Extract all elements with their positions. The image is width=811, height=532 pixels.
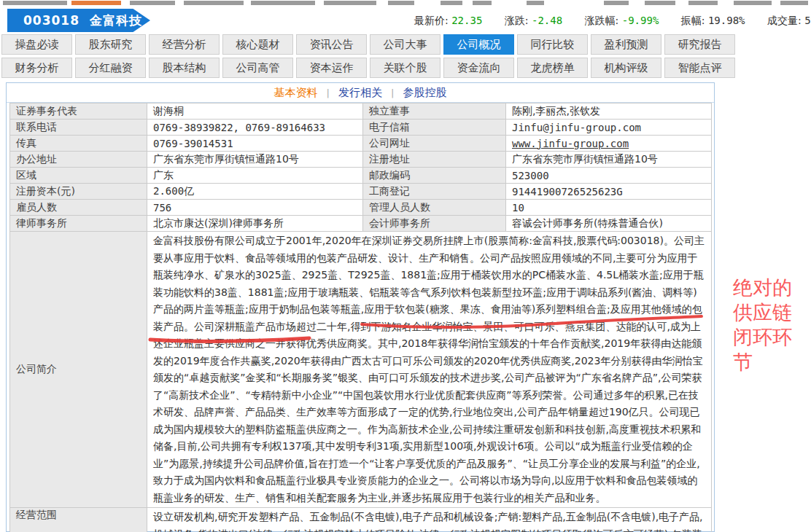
- row-value: 北京市康达(深圳)律师事务所: [147, 216, 363, 232]
- table-row: 办公地址 广东省东莞市厚街镇恒通路10号 注册地址 广东省东莞市厚街镇恒通路10…: [10, 152, 712, 168]
- note-line: 节: [733, 350, 809, 375]
- row-label: 公司网址: [363, 136, 506, 152]
- subtab-separator: |: [327, 87, 330, 98]
- subtab-bar: 基本资料|发行相关|参股控股: [7, 83, 714, 103]
- nav-tab[interactable]: 公司高管: [222, 58, 293, 78]
- price-change: 涨跌: -2.48: [505, 15, 562, 26]
- price-change-percent: 涨跌幅: -9.99%: [585, 15, 659, 26]
- stock-header: 003018金富科技 最新价: 22.35 涨跌: -2.48 涨跌幅: -9.…: [0, 9, 811, 34]
- nav-tab[interactable]: 股东研究: [75, 34, 146, 55]
- nav-tab[interactable]: 智能点评: [664, 58, 735, 78]
- nav-row-2: 财务分析 分红融资 股本结构 公司高管 资本运作 关联个股 资金流向 龙虎榜单 …: [1, 58, 735, 78]
- nav-tab[interactable]: 研究报告: [664, 34, 735, 55]
- latest-price: 最新价: 22.35: [414, 15, 482, 26]
- row-label: 联系电话: [10, 120, 147, 136]
- nav-row-1: 操盘必读 股东研究 经营分析 核心题材 资讯公告 公司大事 公司概况 同行比较 …: [1, 34, 735, 55]
- table-row: 证券事务代表 谢海桐 独立董事 陈刚,李丽杰,张钦发: [10, 103, 712, 120]
- row-value: 容诚会计师事务所(特殊普通合伙): [506, 216, 712, 232]
- row-value: 陈刚,李丽杰,张钦发: [506, 103, 712, 120]
- nav-tab[interactable]: 资讯公告: [296, 34, 367, 55]
- row-value: 756: [147, 200, 363, 216]
- nav-tab-active-company-profile[interactable]: 公司概况: [443, 34, 514, 55]
- table-row: 联系电话 0769-38939822, 0769-89164633 电子信箱 J…: [10, 120, 712, 136]
- business-scope-row: 经营范围 设立研发机构,研究开发塑料产品、五金制品(不含电镀),电子产品和机械设…: [10, 508, 712, 532]
- row-label: 独立董事: [363, 103, 506, 120]
- nav-tab[interactable]: 机构评级: [591, 58, 661, 78]
- table-row: 雇员人数 756 管理人员人数 10: [10, 200, 712, 216]
- amplitude: 振幅: 19.98%: [681, 15, 745, 26]
- clipped-text: [441, 1, 462, 5]
- clipped-text: [604, 1, 629, 5]
- nav-tab[interactable]: 核心题材: [222, 34, 293, 55]
- row-label: 邮政编码: [363, 168, 506, 184]
- clipped-text: [130, 1, 175, 5]
- row-value: 广东省东莞市厚街镇恒通路10号: [147, 152, 363, 168]
- row-value: 523000: [506, 168, 712, 184]
- nav-tabs: 操盘必读 股东研究 经营分析 核心题材 资讯公告 公司大事 公司概况 同行比较 …: [1, 34, 735, 81]
- row-value: 广东省东莞市厚街镇恒通路10号: [506, 152, 712, 168]
- nav-tab[interactable]: 盈利预测: [591, 34, 661, 55]
- clipped-text: [688, 1, 718, 5]
- clipped-text: [324, 1, 376, 5]
- nav-tab[interactable]: 股本结构: [149, 58, 220, 78]
- row-label: 传真: [10, 136, 147, 152]
- nav-tab[interactable]: 资金流向: [443, 58, 514, 78]
- clipped-text-orange: [71, 1, 121, 5]
- nav-tab[interactable]: 经营分析: [149, 34, 220, 55]
- row-value: 谢海桐: [147, 103, 363, 120]
- row-value: 广东: [147, 168, 363, 184]
- row-label: 工商登记: [363, 184, 506, 200]
- table-row: 区域 广东 邮政编码 523000: [10, 168, 712, 184]
- clipped-text: [527, 1, 544, 5]
- subtab-separator: |: [391, 87, 394, 98]
- clipped-text: [645, 1, 675, 5]
- nav-tab[interactable]: 龙虎榜单: [517, 58, 588, 78]
- clipped-text: [780, 1, 808, 5]
- row-label: 会计师事务所: [363, 216, 506, 232]
- clipped-text: [473, 1, 492, 5]
- subtab-issue-related[interactable]: 发行相关: [338, 86, 382, 99]
- subtab-shareholding[interactable]: 参股控股: [403, 86, 446, 99]
- nav-tab[interactable]: 分红融资: [75, 58, 146, 78]
- company-info-table: 证券事务代表 谢海桐 独立董事 陈刚,李丽杰,张钦发 联系电话 0769-389…: [9, 103, 712, 532]
- table-row: 注册资本(元) 2.600亿 工商登记 91441900726525623G: [10, 184, 712, 200]
- clipped-browser-text-row: [0, 0, 811, 7]
- row-value: 2.600亿: [147, 184, 363, 200]
- row-label: 注册地址: [363, 152, 506, 168]
- nav-tab[interactable]: 关联个股: [370, 58, 441, 78]
- stock-banner: 003018金富科技: [7, 9, 150, 32]
- row-label: 雇员人数: [10, 200, 147, 216]
- volume: 成交量: 593776: [767, 15, 811, 26]
- subtab-basic-info[interactable]: 基本资料: [274, 86, 318, 99]
- row-label: 区域: [10, 168, 147, 184]
- stock-name: 金富科技: [90, 13, 142, 28]
- handwritten-note: 绝对的 供应链 闭环环 节: [733, 275, 809, 375]
- quote-bar: 最新价: 22.35 涨跌: -2.48 涨跌幅: -9.99% 振幅: 19.…: [414, 9, 811, 32]
- nav-tab[interactable]: 财务分析: [1, 58, 72, 78]
- company-profile-row: 公司简介 金富科技股份有限公司成立于2001年,2020年在深圳证券交易所挂牌上…: [10, 232, 712, 508]
- stock-code: 003018: [23, 13, 79, 28]
- nav-tab[interactable]: 同行比较: [517, 34, 588, 55]
- clipped-text: [184, 1, 244, 5]
- row-label: 公司简介: [10, 232, 147, 508]
- row-value: 91441900726525623G: [506, 184, 712, 200]
- row-value: Jinfu@jinfu-group.com: [506, 120, 712, 136]
- company-profile-panel: 基本资料|发行相关|参股控股 证券事务代表 谢海桐 独立董事 陈刚,李丽杰,张钦…: [6, 82, 715, 532]
- nav-tab[interactable]: 资本运作: [296, 58, 367, 78]
- note-line: 闭环环: [733, 325, 809, 350]
- nav-tab[interactable]: 操盘必读: [1, 34, 72, 55]
- table-row: 传真 0769-39014531 公司网址 www.jinfu-group.co…: [10, 136, 712, 152]
- row-label: 注册资本(元): [10, 184, 147, 200]
- note-line: 绝对的: [733, 275, 809, 300]
- business-scope-text: 设立研发机构,研究开发塑料产品、五金制品(不含电镀),电子产品和机械设备;产销:…: [147, 508, 712, 532]
- nav-tab[interactable]: 公司大事: [370, 34, 441, 55]
- clipped-text: [734, 1, 772, 5]
- row-label: 办公地址: [10, 152, 147, 168]
- note-line: 供应链: [733, 300, 809, 325]
- row-label: 管理人员人数: [363, 200, 506, 216]
- clipped-text: [388, 1, 414, 5]
- company-website-link[interactable]: www.jinfu-group.com: [512, 138, 629, 149]
- row-value: 0769-39014531: [147, 136, 363, 152]
- row-value: 0769-38939822, 0769-89164633: [147, 120, 363, 136]
- company-profile-text: 金富科技股份有限公司成立于2001年,2020年在深圳证券交易所挂牌上市(股票简…: [147, 232, 712, 508]
